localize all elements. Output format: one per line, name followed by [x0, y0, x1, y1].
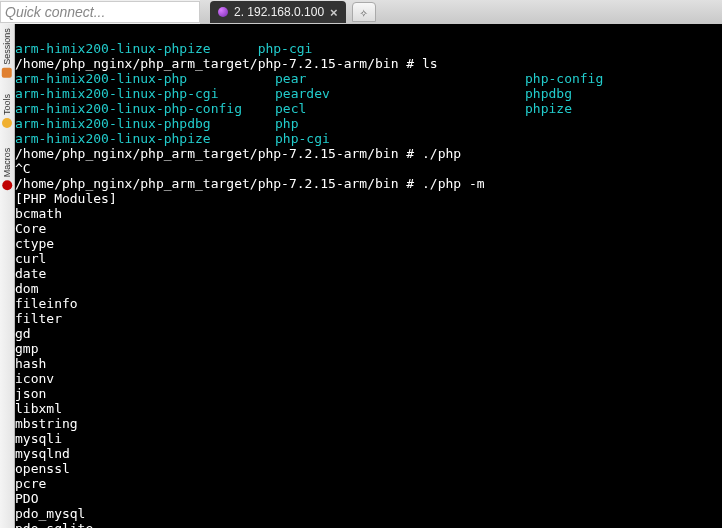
sessions-icon	[2, 68, 12, 78]
file: pear	[275, 71, 306, 86]
module: PDO	[15, 491, 38, 506]
quick-connect-placeholder: Quick connect...	[5, 4, 105, 20]
module: json	[15, 386, 46, 401]
interrupt: ^C	[15, 161, 31, 176]
file: peardev	[275, 86, 330, 101]
tools-icon	[2, 118, 12, 128]
prompt: /home/php_nginx/php_arm_target/php-7.2.1…	[15, 146, 422, 161]
command: ./php	[422, 146, 461, 161]
quick-connect-input[interactable]: Quick connect...	[0, 1, 200, 23]
tab-bar: 2. 192.168.0.100 × ✧	[200, 0, 722, 24]
new-tab-button[interactable]: ✧	[352, 2, 376, 22]
command: ./php -m	[422, 176, 485, 191]
ls-output: arm-himix200-linux-php arm-himix200-linu…	[15, 71, 722, 146]
file: arm-himix200-linux-php-config	[15, 101, 242, 116]
file: pecl	[275, 101, 306, 116]
sidebar-item-sessions[interactable]: Sessions	[2, 28, 12, 78]
module: gmp	[15, 341, 38, 356]
top-bar: Quick connect... 2. 192.168.0.100 × ✧	[0, 0, 722, 24]
file: php-cgi	[275, 131, 330, 146]
sidebar-item-label: Sessions	[2, 28, 12, 65]
new-tab-icon: ✧	[359, 4, 367, 20]
file: arm-himix200-linux-phpize	[15, 131, 211, 146]
terminal[interactable]: arm-himix200-linux-phpize php-cgi /home/…	[15, 24, 722, 528]
module: mysqlnd	[15, 446, 70, 461]
module: Core	[15, 221, 46, 236]
sidebar: Sessions Tools Macros	[0, 24, 15, 528]
prompt: /home/php_nginx/php_arm_target/php-7.2.1…	[15, 56, 422, 71]
module: ctype	[15, 236, 54, 251]
module: openssl	[15, 461, 70, 476]
file: arm-himix200-linux-phpdbg	[15, 116, 211, 131]
file: arm-himix200-linux-php-cgi	[15, 86, 219, 101]
module: mysqli	[15, 431, 62, 446]
module: bcmath	[15, 206, 62, 221]
file: phpdbg	[525, 86, 572, 101]
sidebar-item-label: Macros	[2, 148, 12, 178]
module: filter	[15, 311, 62, 326]
modules-header: [PHP Modules]	[15, 191, 117, 206]
ls-output-line: arm-himix200-linux-phpize php-cgi	[15, 41, 312, 56]
file: phpize	[525, 101, 572, 116]
file: php	[275, 116, 298, 131]
module: libxml	[15, 401, 62, 416]
module: date	[15, 266, 46, 281]
sidebar-item-tools[interactable]: Tools	[2, 94, 12, 128]
module: iconv	[15, 371, 54, 386]
tab-active[interactable]: 2. 192.168.0.100 ×	[210, 1, 346, 23]
main-area: Sessions Tools Macros arm-himix200-linux…	[0, 24, 722, 528]
module: fileinfo	[15, 296, 78, 311]
file: php-config	[525, 71, 603, 86]
module: dom	[15, 281, 38, 296]
module: mbstring	[15, 416, 78, 431]
prompt: /home/php_nginx/php_arm_target/php-7.2.1…	[15, 176, 422, 191]
module: gd	[15, 326, 31, 341]
module: pdo_mysql	[15, 506, 85, 521]
macros-icon	[2, 180, 12, 190]
module: pdo_sqlite	[15, 521, 93, 528]
sidebar-item-macros[interactable]: Macros	[2, 148, 12, 191]
tab-close-icon[interactable]: ×	[330, 5, 338, 20]
file: arm-himix200-linux-php	[15, 71, 187, 86]
tab-label: 2. 192.168.0.100	[234, 5, 324, 19]
tab-status-icon	[218, 7, 228, 17]
module: hash	[15, 356, 46, 371]
module: curl	[15, 251, 46, 266]
sidebar-item-label: Tools	[2, 94, 12, 115]
command: ls	[422, 56, 438, 71]
module: pcre	[15, 476, 46, 491]
